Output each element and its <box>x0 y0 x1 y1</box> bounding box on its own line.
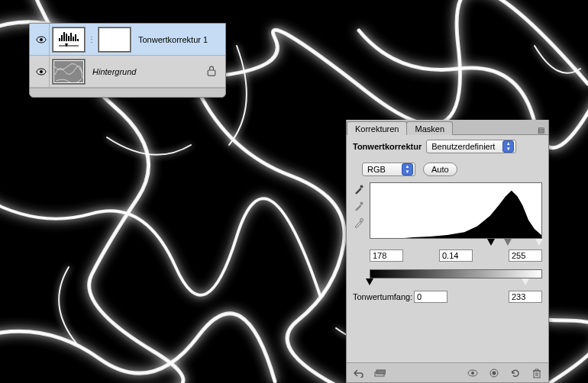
layer-name[interactable]: Tonwertkorrektur 1 <box>138 35 222 44</box>
tab-masken[interactable]: Masken <box>406 121 453 135</box>
layer-row-adjustment[interactable]: ⋮ Tonwertkorrektur 1 <box>30 24 225 56</box>
link-icon[interactable]: ⋮ <box>88 35 95 43</box>
tab-korrekturen[interactable]: Korrekturen <box>347 121 407 135</box>
auto-button[interactable]: Auto <box>423 163 457 176</box>
svg-rect-7 <box>68 36 69 41</box>
svg-rect-21 <box>376 370 386 374</box>
eyedropper-black-icon[interactable] <box>353 184 365 195</box>
view-prev-icon[interactable] <box>466 367 480 379</box>
output-label: Tonwertumfang: <box>353 292 414 301</box>
gamma-slider[interactable] <box>504 239 512 246</box>
layer-row-background[interactable]: Hintergrund <box>30 56 225 88</box>
output-white-field[interactable] <box>509 291 542 303</box>
svg-rect-19 <box>360 219 363 222</box>
input-black-field[interactable] <box>370 249 403 262</box>
channel-value: RGB <box>367 165 386 174</box>
svg-rect-6 <box>66 34 67 41</box>
reset-icon[interactable] <box>509 367 522 379</box>
svg-rect-3 <box>59 38 60 41</box>
panel-menu-icon[interactable]: ▤ <box>533 126 548 134</box>
preset-value: Benutzerdefiniert <box>431 142 495 151</box>
input-gamma-field[interactable] <box>439 249 473 262</box>
eye-icon <box>36 36 47 43</box>
svg-rect-5 <box>63 32 65 41</box>
input-white-field[interactable] <box>509 249 542 262</box>
svg-rect-9 <box>73 37 74 41</box>
histogram[interactable] <box>370 182 542 239</box>
svg-point-2 <box>40 38 43 41</box>
layer-name[interactable]: Hintergrund <box>92 67 207 76</box>
eyedropper-white-icon[interactable] <box>353 217 365 228</box>
svg-rect-4 <box>61 35 63 41</box>
white-point-slider[interactable] <box>535 239 543 246</box>
adjustments-panel: Korrekturen Masken ▤ Tonwertkorrektur Be… <box>346 120 549 383</box>
panel-tabs: Korrekturen Masken ▤ <box>347 120 548 135</box>
channel-dropdown[interactable]: RGB ▲▼ <box>362 163 415 176</box>
output-white-slider[interactable] <box>522 278 529 285</box>
dropdown-stepper-icon: ▲▼ <box>502 140 514 153</box>
svg-rect-8 <box>70 33 72 41</box>
trash-icon[interactable] <box>530 367 544 379</box>
layers-panel: ⋮ Tonwertkorrektur 1 Hintergrund <box>29 23 226 98</box>
black-point-slider[interactable] <box>487 239 495 246</box>
visibility-toggle[interactable] <box>33 24 50 55</box>
adjustment-thumb[interactable] <box>53 27 85 52</box>
output-sliders[interactable] <box>370 278 542 288</box>
svg-point-15 <box>40 70 43 73</box>
mask-thumb[interactable] <box>99 27 131 52</box>
eye-icon <box>36 68 47 76</box>
dropdown-stepper-icon: ▲▼ <box>402 163 413 175</box>
input-sliders[interactable] <box>370 239 542 248</box>
svg-rect-16 <box>208 70 215 76</box>
output-black-slider[interactable] <box>366 278 373 285</box>
panel-footer <box>347 362 548 382</box>
svg-rect-18 <box>360 202 363 205</box>
visibility-toggle[interactable] <box>33 56 50 87</box>
adjustment-title: Tonwertkorrektur <box>353 142 422 151</box>
layers-footer <box>30 88 225 97</box>
lock-icon <box>207 66 216 76</box>
clip-layer-icon[interactable] <box>487 367 501 379</box>
layer-vis-icon[interactable] <box>373 367 386 379</box>
eyedropper-gray-icon[interactable] <box>353 201 365 211</box>
svg-rect-26 <box>534 371 540 378</box>
back-icon[interactable] <box>351 367 365 379</box>
svg-rect-17 <box>360 185 363 188</box>
layer-thumb[interactable] <box>53 60 85 84</box>
svg-rect-10 <box>75 34 76 41</box>
output-gradient[interactable] <box>370 269 542 278</box>
svg-point-25 <box>493 371 496 375</box>
preset-dropdown[interactable]: Benutzerdefiniert ▲▼ <box>426 140 516 153</box>
svg-point-23 <box>471 372 474 375</box>
output-black-field[interactable] <box>414 291 447 303</box>
svg-rect-11 <box>77 39 79 41</box>
